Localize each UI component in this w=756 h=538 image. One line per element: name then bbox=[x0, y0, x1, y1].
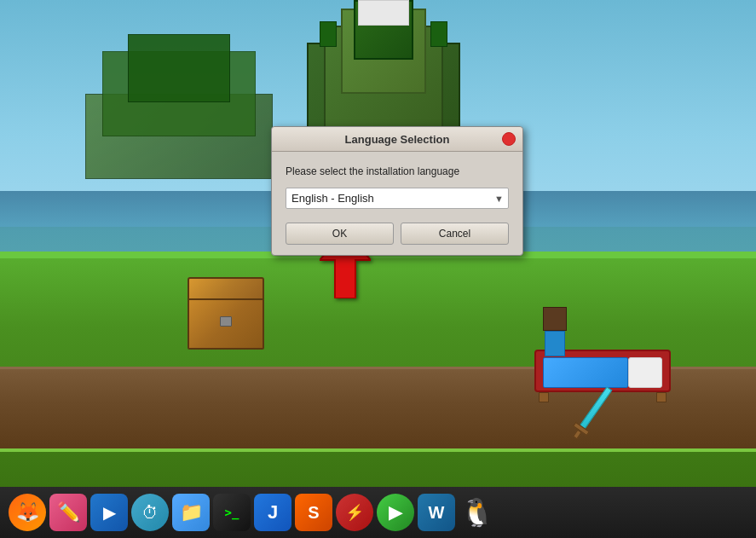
dialog-message: Please select the installation language bbox=[286, 165, 509, 177]
taskbar-icon-joplin[interactable]: J bbox=[254, 494, 291, 531]
language-select[interactable]: English - English Afrikaans Albanian Ara… bbox=[286, 188, 509, 209]
dialog-titlebar: Language Selection bbox=[272, 127, 522, 152]
taskbar-icon-media[interactable]: ▶ bbox=[90, 494, 128, 531]
taskbar-icon-terminal[interactable]: >_ bbox=[213, 494, 251, 531]
taskbar-icon-firefox[interactable]: 🦊 bbox=[9, 494, 46, 531]
cancel-button[interactable]: Cancel bbox=[401, 223, 509, 245]
dialog-title: Language Selection bbox=[292, 133, 502, 146]
taskbar-icon-files[interactable]: 📁 bbox=[172, 494, 210, 531]
chest bbox=[188, 277, 264, 350]
taskbar-icon-speedo[interactable]: ⚡ bbox=[336, 494, 373, 531]
taskbar-icon-wordpress[interactable]: W bbox=[418, 494, 455, 531]
ok-button[interactable]: OK bbox=[286, 223, 394, 245]
language-select-wrapper: English - English Afrikaans Albanian Ara… bbox=[286, 188, 509, 209]
taskbar-icon-annotator[interactable]: ✏️ bbox=[49, 494, 87, 531]
dialog-body: Please select the installation language … bbox=[272, 152, 522, 255]
language-selection-dialog: Language Selection Please select the ins… bbox=[271, 126, 523, 256]
taskbar-icon-monitor[interactable]: ⏱ bbox=[131, 494, 169, 531]
taskbar-icon-play[interactable]: ▶ bbox=[377, 494, 414, 531]
dialog-close-button[interactable] bbox=[502, 132, 516, 146]
taskbar: 🦊 ✏️ ▶ ⏱ 📁 >_ J S ⚡ ▶ W 🐧 bbox=[0, 487, 756, 538]
taskbar-icon-tux[interactable]: 🐧 bbox=[459, 494, 496, 531]
bed-character bbox=[534, 350, 671, 392]
taskbar-icon-sublime[interactable]: S bbox=[295, 494, 332, 531]
dialog-buttons: OK Cancel bbox=[286, 223, 509, 245]
